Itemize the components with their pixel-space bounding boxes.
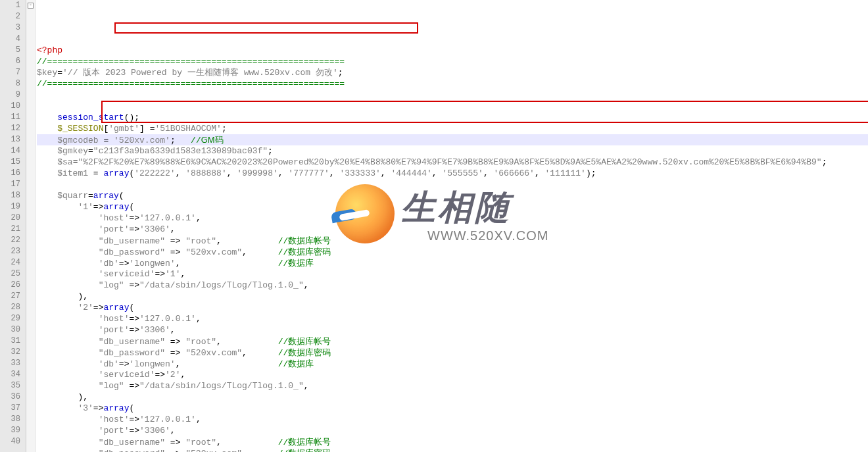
code-line[interactable]: 'db'=>'longwen', //数据库 [37, 257, 868, 268]
line-number[interactable]: 9 [3, 89, 20, 101]
fold-minus-icon[interactable]: - [28, 3, 34, 9]
code-line[interactable]: 'port'=>'3306', [37, 224, 868, 235]
line-number[interactable]: 21 [3, 224, 20, 235]
code-line[interactable]: 'port'=>'3306', [37, 324, 868, 336]
line-number[interactable]: 32 [3, 347, 20, 358]
fold-marker[interactable] [26, 145, 35, 157]
line-number[interactable]: 15 [3, 157, 20, 168]
fold-marker[interactable] [26, 391, 35, 403]
fold-marker[interactable] [26, 45, 35, 56]
line-number[interactable]: 19 [3, 201, 20, 213]
code-line[interactable]: 'serviceid'=>'1', [37, 268, 868, 280]
fold-column[interactable]: - [26, 0, 36, 452]
line-number[interactable]: 4 [3, 34, 20, 45]
fold-marker[interactable] [26, 403, 35, 414]
line-number[interactable]: 40 [3, 436, 20, 447]
code-editor[interactable]: 1234567891011121314151617181920212223242… [0, 0, 868, 452]
fold-marker[interactable] [26, 78, 35, 89]
code-line[interactable]: '1'=>array( [37, 201, 868, 213]
line-number[interactable]: 13 [3, 134, 20, 145]
fold-marker[interactable] [26, 101, 35, 112]
line-number[interactable]: 39 [3, 425, 20, 436]
fold-marker[interactable] [26, 157, 35, 168]
fold-marker[interactable] [26, 123, 35, 134]
code-area[interactable]: <?php//=================================… [36, 0, 868, 452]
code-line[interactable]: '3'=>array( [37, 403, 868, 414]
line-number[interactable]: 23 [3, 246, 20, 257]
fold-marker[interactable] [26, 22, 35, 34]
line-number[interactable]: 24 [3, 257, 20, 268]
code-line[interactable]: '2'=>array( [37, 302, 868, 313]
line-number[interactable]: 34 [3, 369, 20, 380]
code-line[interactable]: ), [37, 391, 868, 403]
fold-marker[interactable] [26, 67, 35, 78]
fold-marker[interactable] [26, 358, 35, 369]
line-number[interactable]: 22 [3, 235, 20, 246]
line-number[interactable]: 7 [3, 67, 20, 78]
code-line[interactable] [37, 89, 868, 101]
fold-marker[interactable] [26, 414, 35, 425]
line-number[interactable]: 26 [3, 280, 20, 291]
fold-marker[interactable] [26, 224, 35, 235]
fold-marker[interactable] [26, 313, 35, 324]
code-line[interactable]: $_SESSION['gmbt'] ='51BOSHAOCOM'; [37, 123, 868, 134]
fold-marker[interactable] [26, 291, 35, 302]
fold-marker[interactable]: - [26, 0, 35, 11]
code-line[interactable]: //======================================… [37, 56, 868, 67]
code-line[interactable]: ), [37, 291, 868, 302]
fold-marker[interactable] [26, 213, 35, 224]
line-number[interactable]: 12 [3, 123, 20, 134]
line-number[interactable]: 37 [3, 403, 20, 414]
fold-marker[interactable] [26, 268, 35, 280]
fold-marker[interactable] [26, 179, 35, 190]
line-number[interactable]: 14 [3, 145, 20, 157]
line-number[interactable]: 30 [3, 324, 20, 336]
code-line[interactable]: "db_password" => "520xv.com", //数据库密码 [37, 347, 868, 358]
code-line[interactable]: 'host'=>'127.0.0.1', [37, 414, 868, 425]
line-number[interactable]: 29 [3, 313, 20, 324]
fold-marker[interactable] [26, 336, 35, 347]
code-line[interactable]: $sa="%2F%2F%20%E7%89%88%E6%9C%AC%202023%… [37, 157, 868, 168]
code-line[interactable]: $gmcodeb = '520xv.com'; //GM码 [37, 134, 868, 145]
fold-marker[interactable] [26, 201, 35, 213]
line-number[interactable]: 16 [3, 168, 20, 179]
code-line[interactable]: "db_password" => "520xv.com", //数据库密码 [37, 447, 868, 452]
line-number[interactable]: 25 [3, 268, 20, 280]
code-line[interactable]: 'port'=>'3306', [37, 425, 868, 436]
fold-marker[interactable] [26, 280, 35, 291]
fold-marker[interactable] [26, 112, 35, 123]
line-number[interactable]: 1 [3, 0, 20, 11]
code-line[interactable]: //======================================… [37, 78, 868, 89]
fold-marker[interactable] [26, 34, 35, 45]
code-line[interactable]: $item1 = array('222222', '888888', '9999… [37, 168, 868, 179]
line-number[interactable]: 20 [3, 213, 20, 224]
fold-marker[interactable] [26, 324, 35, 336]
code-line[interactable]: "db_password" => "520xv.com", //数据库密码 [37, 246, 868, 257]
code-line[interactable]: 'host'=>'127.0.0.1', [37, 213, 868, 224]
fold-marker[interactable] [26, 190, 35, 201]
fold-marker[interactable] [26, 235, 35, 246]
code-line[interactable]: $gmkey="c213f3a9ba6339d1583e133089bac03f… [37, 145, 868, 157]
fold-marker[interactable] [26, 369, 35, 380]
fold-marker[interactable] [26, 380, 35, 391]
line-number[interactable]: 6 [3, 56, 20, 67]
code-line[interactable]: session_start(); [37, 112, 868, 123]
line-number[interactable]: 8 [3, 78, 20, 89]
line-number[interactable]: 3 [3, 22, 20, 34]
code-line[interactable]: "db_username" => "root", //数据库帐号 [37, 336, 868, 347]
fold-marker[interactable] [26, 11, 35, 22]
line-number[interactable]: 18 [3, 190, 20, 201]
line-number[interactable]: 11 [3, 112, 20, 123]
line-number[interactable]: 28 [3, 302, 20, 313]
code-line[interactable]: $quarr=array( [37, 190, 868, 201]
code-line[interactable]: "log" =>"/data/sbin/logs/TLog/Tlog.1.0_"… [37, 280, 868, 291]
line-number-gutter[interactable]: 1234567891011121314151617181920212223242… [0, 0, 26, 452]
fold-marker[interactable] [26, 246, 35, 257]
code-line[interactable]: 'db'=>'longwen', //数据库 [37, 358, 868, 369]
line-number[interactable]: 5 [3, 45, 20, 56]
line-number[interactable]: 10 [3, 101, 20, 112]
fold-marker[interactable] [26, 302, 35, 313]
fold-marker[interactable] [26, 89, 35, 101]
fold-marker[interactable] [26, 168, 35, 179]
line-number[interactable]: 35 [3, 380, 20, 391]
